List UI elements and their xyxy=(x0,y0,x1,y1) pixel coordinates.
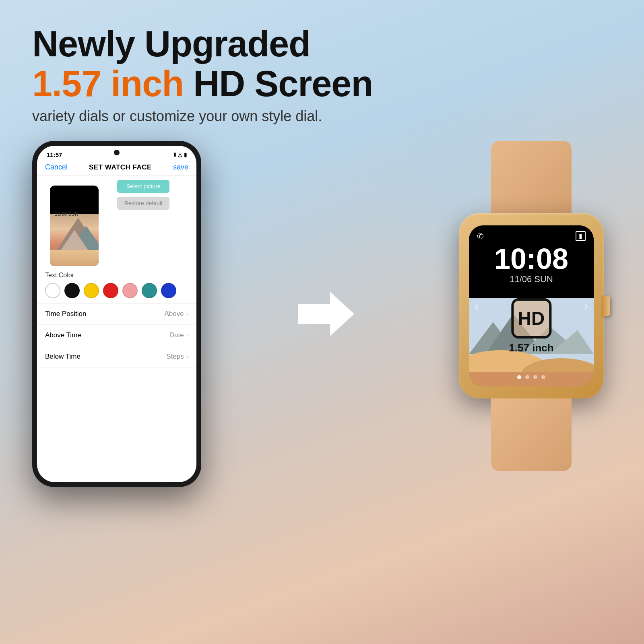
watch-nav-right-icon[interactable]: › xyxy=(584,299,588,312)
watch-time-display: 10:08 xyxy=(469,244,594,273)
chevron-icon-3: › xyxy=(186,353,188,360)
phone-body: 11:57 Ⅱ △ ▮ Cancel SET WATCH FACE save xyxy=(32,141,201,487)
battery-icon: ▮ xyxy=(184,152,187,158)
hd-box: HD xyxy=(511,298,551,339)
signal-icon: Ⅱ xyxy=(173,152,176,158)
watch-crown xyxy=(602,296,610,316)
color-swatches xyxy=(45,283,188,298)
color-swatch-white[interactable] xyxy=(45,283,60,298)
watch-face-preview: ✆ ▮ 10:08 11/06 SUN xyxy=(50,186,99,266)
nav-dot-4 xyxy=(541,375,545,379)
nav-dot-2 xyxy=(525,375,529,379)
color-swatch-yellow[interactable] xyxy=(84,283,99,298)
watch-nav-left-icon[interactable]: ‹ xyxy=(475,299,478,312)
headline-line1: Newly Upgraded xyxy=(32,24,310,64)
page-container: Newly Upgraded 1.57 inch HD Screen varie… xyxy=(0,0,644,644)
nav-dot-1 xyxy=(517,375,521,379)
arrow-section xyxy=(298,141,354,487)
wpt-icons: ✆ ▮ xyxy=(55,190,94,195)
color-swatch-black[interactable] xyxy=(64,283,80,298)
watch-case: ✆ ▮ 10:08 11/06 SUN xyxy=(459,213,604,398)
strap-top xyxy=(491,141,572,213)
phone-watch-preview-container: ✆ ▮ 10:08 11/06 SUN xyxy=(43,180,105,272)
main-content: 11:57 Ⅱ △ ▮ Cancel SET WATCH FACE save xyxy=(32,141,612,487)
color-swatch-red[interactable] xyxy=(103,283,118,298)
strap-bottom xyxy=(491,398,572,471)
settings-row-above-time[interactable]: Above Time Date › xyxy=(37,325,196,346)
headline-orange: 1.57 inch xyxy=(32,64,184,104)
chevron-icon: › xyxy=(186,310,188,318)
status-icons: Ⅱ △ ▮ xyxy=(173,152,187,158)
subtitle: variety dials or customize your own styl… xyxy=(32,108,612,125)
chevron-icon-2: › xyxy=(186,332,188,339)
headline: Newly Upgraded 1.57 inch HD Screen xyxy=(32,24,612,104)
above-time-value: Date › xyxy=(169,331,188,339)
phone-nav-bar: Cancel SET WATCH FACE save xyxy=(37,161,196,176)
watch-battery-icon: ▮ xyxy=(576,231,586,241)
watch-outer: ✆ ▮ 10:08 11/06 SUN xyxy=(451,141,612,471)
settings-row-time-position[interactable]: Time Position Above › xyxy=(37,303,196,325)
phone-status-bar: 11:57 Ⅱ △ ▮ xyxy=(37,146,196,161)
headline-line2: HD Screen xyxy=(193,64,373,104)
nav-title: SET WATCH FACE xyxy=(89,163,152,171)
phone-buttons: Select picture Restore default xyxy=(117,180,169,266)
header-section: Newly Upgraded 1.57 inch HD Screen varie… xyxy=(32,24,612,125)
phone-notch xyxy=(114,150,120,155)
svg-rect-7 xyxy=(469,372,594,386)
phone-icon-small: ✆ xyxy=(55,190,59,195)
hd-label: HD xyxy=(518,308,545,329)
wifi-icon: △ xyxy=(178,152,182,158)
time-position-label: Time Position xyxy=(45,310,86,318)
wpt-date: 11/06 SUN xyxy=(55,211,94,217)
status-time: 11:57 xyxy=(47,151,62,158)
text-color-section: Text Color xyxy=(37,272,196,303)
big-arrow-icon xyxy=(298,292,354,336)
below-time-label: Below Time xyxy=(45,353,80,361)
below-time-value: Steps › xyxy=(166,353,188,361)
nav-cancel-button[interactable]: Cancel xyxy=(45,163,68,171)
watch-top-bar: ✆ ▮ xyxy=(469,225,594,243)
time-position-value: Above › xyxy=(164,310,188,318)
wpt-time: 10:08 xyxy=(55,196,94,211)
sand-icon xyxy=(50,250,99,266)
select-picture-button[interactable]: Select picture xyxy=(117,180,169,193)
watch-screen-bezel: ✆ ▮ 10:08 11/06 SUN xyxy=(469,225,594,386)
watch-nav-dots xyxy=(469,375,594,379)
settings-list: Time Position Above › Above Time Date › xyxy=(37,303,196,482)
above-time-label: Above Time xyxy=(45,331,81,339)
color-swatch-teal[interactable] xyxy=(142,283,157,298)
phone-preview-row: ✆ ▮ 10:08 11/06 SUN Select picture Res xyxy=(43,180,190,272)
watch-preview-time-section: ✆ ▮ 10:08 11/06 SUN xyxy=(50,186,99,217)
settings-row-below-time[interactable]: Below Time Steps › xyxy=(37,346,196,367)
text-color-label: Text Color xyxy=(45,272,188,279)
watch-phone-icon: ✆ xyxy=(477,231,484,241)
battery-icon-small: ▮ xyxy=(91,190,94,195)
watch-wrapper: ✆ ▮ 10:08 11/06 SUN xyxy=(451,141,612,471)
phone-wrapper: 11:57 Ⅱ △ ▮ Cancel SET WATCH FACE save xyxy=(32,141,201,487)
hd-size-label: 1.57 inch xyxy=(509,342,553,354)
restore-default-button[interactable]: Restore default xyxy=(117,197,169,210)
nav-save-button[interactable]: save xyxy=(173,163,188,171)
color-swatch-pink[interactable] xyxy=(122,283,138,298)
watch-screen-content: ✆ ▮ 10:08 11/06 SUN xyxy=(469,225,594,386)
watch-date-display: 11/06 SUN xyxy=(469,274,594,285)
nav-dot-3 xyxy=(533,375,537,379)
phone-screen: 11:57 Ⅱ △ ▮ Cancel SET WATCH FACE save xyxy=(37,146,196,482)
color-swatch-blue[interactable] xyxy=(161,283,176,298)
hd-badge: HD 1.57 inch xyxy=(509,298,553,354)
